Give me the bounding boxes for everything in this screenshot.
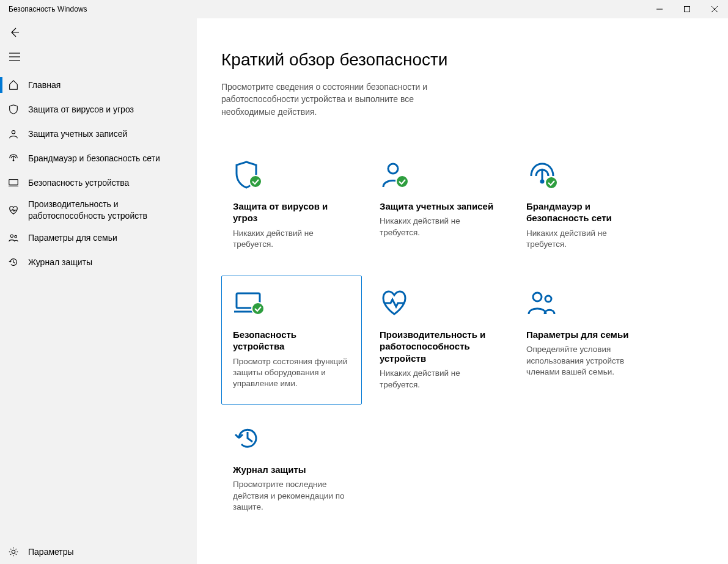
titlebar: Безопасность Windows [0, 0, 728, 18]
tile-account-protection[interactable]: Защита учетных записей Никаких действий … [368, 147, 509, 269]
tile-desc: Просмотрите последние действия и рекомен… [233, 479, 350, 513]
tile-title: Безопасность устройства [233, 329, 350, 353]
tile-firewall[interactable]: Брандмауэр и безопасность сети Никаких д… [515, 147, 655, 269]
nav-list: Главная Защита от вирусов и угроз Защита… [0, 69, 197, 274]
sidebar-item-label: Брандмауэр и безопасность сети [28, 153, 160, 164]
tile-title: Журнал защиты [233, 464, 350, 476]
window-controls [645, 0, 728, 18]
check-badge-icon [545, 176, 558, 189]
check-badge-icon [249, 175, 262, 188]
tile-family[interactable]: Параметры для семьи Определяйте условия … [515, 276, 655, 405]
main-content: Краткий обзор безопасности Просмотрите с… [197, 18, 728, 564]
svg-point-15 [388, 164, 398, 174]
sidebar-item-account[interactable]: Защита учетных записей [0, 122, 197, 146]
gear-icon [7, 546, 20, 557]
svg-point-12 [15, 235, 17, 238]
tile-history[interactable]: Журнал защиты Просмотрите последние дейс… [221, 411, 362, 533]
sidebar-item-home[interactable]: Главная [0, 73, 197, 97]
tiles-grid: Защита от вирусов и угроз Никаких действ… [221, 147, 728, 533]
svg-point-22 [533, 293, 542, 301]
sidebar-item-firewall[interactable]: Брандмауэр и безопасность сети [0, 146, 197, 170]
page-description: Просмотрите сведения о состоянии безопас… [221, 81, 466, 118]
tile-title: Параметры для семьи [526, 329, 644, 341]
tile-desc: Определяйте условия использования устрой… [526, 344, 644, 378]
family-icon [526, 288, 644, 318]
svg-point-7 [12, 131, 15, 134]
maximize-button[interactable] [673, 0, 700, 18]
firewall-icon [7, 153, 20, 164]
svg-point-16 [396, 175, 408, 188]
shield-icon [233, 160, 350, 189]
sidebar-item-label: Защита от вирусов и угроз [28, 104, 134, 115]
sidebar-item-label: Производительность и работоспособность у… [28, 199, 175, 222]
page-title: Краткий обзор безопасности [221, 50, 728, 70]
minimize-button[interactable] [645, 0, 673, 18]
history-icon [233, 423, 350, 453]
account-icon [380, 160, 497, 189]
shield-icon [7, 104, 20, 115]
tile-desc: Просмотр состояния функций защиты оборуд… [233, 356, 350, 390]
sidebar-item-history[interactable]: Журнал защиты [0, 250, 197, 274]
svg-point-11 [10, 235, 13, 238]
health-icon [380, 288, 497, 318]
sidebar-item-label: Главная [28, 79, 61, 91]
sidebar-item-virus[interactable]: Защита от вирусов и угроз [0, 97, 197, 122]
sidebar-item-family[interactable]: Параметры для семьи [0, 225, 197, 250]
firewall-icon [526, 160, 644, 189]
device-icon [7, 177, 20, 188]
tile-desc: Никаких действий не требуется. [380, 216, 497, 238]
tile-virus-protection[interactable]: Защита от вирусов и угроз Никаких действ… [221, 147, 362, 269]
svg-rect-1 [684, 7, 689, 12]
svg-rect-9 [9, 180, 18, 185]
tile-title: Производительность и работоспособность у… [380, 329, 497, 365]
tile-device-security[interactable]: Безопасность устройства Просмотр состоян… [221, 276, 362, 405]
sidebar-item-label: Параметры [28, 546, 74, 558]
sidebar-item-settings[interactable]: Параметры [0, 540, 197, 564]
home-icon [7, 79, 20, 90]
svg-point-23 [545, 296, 551, 302]
sidebar-item-label: Безопасность устройства [28, 177, 129, 189]
close-button[interactable] [700, 0, 728, 18]
tile-desc: Никаких действий не требуется. [380, 368, 497, 390]
svg-point-14 [249, 175, 262, 188]
sidebar-item-label: Журнал защиты [28, 257, 92, 268]
health-icon [7, 205, 20, 216]
window-title: Безопасность Windows [0, 5, 87, 13]
sidebar-item-label: Параметры для семьи [28, 232, 117, 244]
tile-title: Защита учетных записей [380, 200, 497, 213]
tile-title: Брандмауэр и безопасность сети [526, 200, 644, 224]
check-badge-icon [251, 302, 265, 315]
device-icon [233, 288, 350, 318]
sidebar-item-label: Защита учетных записей [28, 128, 127, 140]
check-badge-icon [395, 175, 409, 188]
tile-desc: Никаких действий не требуется. [233, 228, 350, 250]
account-icon [7, 128, 20, 139]
sidebar-item-performance[interactable]: Производительность и работоспособность у… [0, 195, 197, 225]
tile-title: Защита от вирусов и угроз [233, 200, 350, 224]
tile-performance[interactable]: Производительность и работоспособность у… [368, 276, 509, 405]
sidebar: Главная Защита от вирусов и угроз Защита… [0, 18, 197, 564]
svg-point-18 [545, 177, 557, 189]
family-icon [7, 232, 20, 243]
sidebar-item-device[interactable]: Безопасность устройства [0, 170, 197, 195]
svg-point-13 [12, 550, 15, 553]
back-button[interactable] [2, 20, 27, 45]
history-icon [7, 257, 20, 268]
tile-desc: Никаких действий не требуется. [526, 228, 644, 250]
svg-point-21 [252, 302, 264, 315]
menu-button[interactable] [2, 45, 27, 69]
